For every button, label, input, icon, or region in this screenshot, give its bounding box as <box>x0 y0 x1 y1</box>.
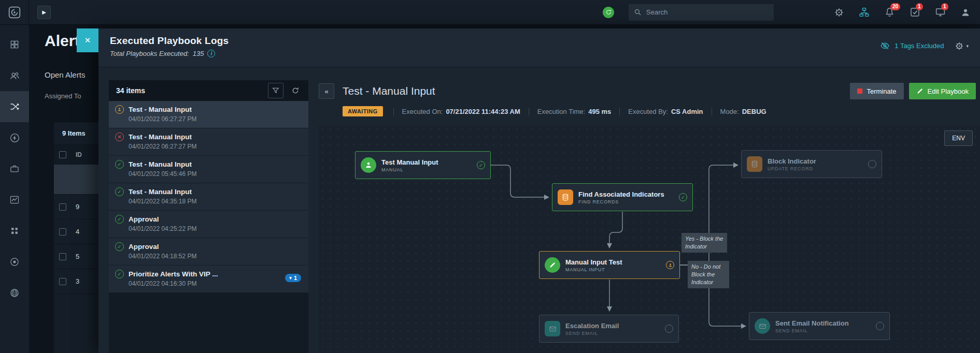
node-success-icon: ✓ <box>477 161 485 169</box>
expand-menu-button[interactable]: ▶ <box>37 6 51 19</box>
info-icon[interactable]: i <box>207 50 215 57</box>
update-record-icon <box>747 156 762 172</box>
find-records-icon <box>558 189 573 205</box>
overlay-header: Executed Playbook Logs Total Playbooks E… <box>98 28 980 67</box>
apps-grid-icon <box>10 226 19 236</box>
playbook-log-item[interactable]: ✕Test - Manual Input 04/01/2022 06:27:27… <box>109 128 308 156</box>
executed-playbook-logs-panel: ✕ Executed Playbook Logs Total Playbooks… <box>98 28 980 353</box>
node-sent-email-notification[interactable]: Sent Email NotificationSEND EMAIL <box>749 312 890 340</box>
sidebar-item-incident-response[interactable] <box>0 91 29 122</box>
select-all-checkbox[interactable] <box>59 151 66 158</box>
node-title: Find Associated Indicators <box>578 190 664 198</box>
sidebar-nav <box>0 25 29 353</box>
open-alerts-link[interactable]: Open Alerts <box>45 70 85 79</box>
row-checkbox[interactable] <box>59 228 66 236</box>
edge-label-no: No - Do not Block the Indicator <box>688 261 729 288</box>
node-block-indicator[interactable]: Block IndicatorUPDATE RECORD <box>741 150 882 178</box>
edge-label-yes: Yes - Block the Indicator <box>681 233 727 253</box>
sidebar-item-reports[interactable] <box>0 184 29 215</box>
log-item-title: Test - Manual Input <box>129 188 192 196</box>
disc-icon <box>9 257 20 267</box>
success-status-icon: ✓ <box>115 242 124 251</box>
people-icon <box>9 70 20 81</box>
node-title: Block Indicator <box>768 157 816 165</box>
executed-by-label: Executed By: <box>628 108 668 115</box>
pending-tasks-icon[interactable]: 1 <box>910 7 920 18</box>
playbook-log-item[interactable]: ✓Test - Manual Input 04/01/2022 04:35:18… <box>109 183 308 211</box>
node-subtitle: MANUAL <box>381 167 438 172</box>
user-profile-icon[interactable] <box>960 7 971 18</box>
sidebar-item-dashboard[interactable] <box>0 29 29 60</box>
overlay-body: 34 items Test - Manual Input 04/01/2022 … <box>98 67 980 353</box>
filter-button[interactable] <box>268 83 283 98</box>
id-column-header: ID <box>76 151 82 158</box>
node-manual-input-test[interactable]: Manual Input TestMANUAL INPUT <box>539 251 680 279</box>
panel-settings-button[interactable]: ▾ <box>955 41 969 51</box>
node-title: Escalation Email <box>565 322 619 330</box>
approval-count-badge[interactable]: ▾1 <box>285 274 301 282</box>
system-health-icon[interactable] <box>603 7 614 18</box>
node-pending-icon <box>868 160 876 168</box>
sidebar-item-resources[interactable] <box>0 153 29 184</box>
globe-icon <box>9 288 20 298</box>
node-escalation-email[interactable]: Escalation EmailSEND EMAIL <box>539 315 679 343</box>
queue-monitor-icon[interactable]: 1 <box>935 7 946 18</box>
notification-count-badge: 20 <box>890 3 900 10</box>
queue-count-badge: 1 <box>941 3 948 10</box>
log-item-time: 04/01/2022 04:18:52 PM <box>129 253 302 260</box>
execution-meta-row: AWAITING Executed On:07/21/2022 11:44:23… <box>319 102 980 120</box>
refresh-button[interactable] <box>288 83 303 98</box>
log-item-title: Test - Manual Input <box>129 106 192 113</box>
notifications-bell-icon[interactable]: 20 <box>884 7 895 18</box>
playbook-log-item[interactable]: Test - Manual Input 04/01/2022 06:27:27 … <box>109 101 308 128</box>
row-checkbox[interactable] <box>59 278 66 285</box>
eye-off-icon[interactable] <box>880 41 890 51</box>
tags-excluded-link[interactable]: 1 Tags Excluded <box>894 42 944 50</box>
manual-input-person-icon <box>361 157 376 173</box>
chevron-down-icon: ▾ <box>966 43 969 49</box>
failed-status-icon: ✕ <box>115 133 124 141</box>
edit-playbook-button[interactable]: Edit Playbook <box>909 83 976 99</box>
node-title: Sent Email Notification <box>775 319 849 327</box>
playbook-log-item[interactable]: ✓Prioritize Alerts With VIP ... 04/01/20… <box>109 266 308 293</box>
row-id: 5 <box>76 253 79 260</box>
log-item-title: Approval <box>129 243 159 251</box>
node-test-manual-input[interactable]: Test Manual InputMANUAL ✓ <box>355 151 491 179</box>
settings-gear-icon[interactable] <box>834 7 844 18</box>
node-pending-icon <box>665 325 673 333</box>
total-value: 135 <box>193 50 204 57</box>
row-checkbox[interactable] <box>59 203 66 211</box>
sidebar-item-teams[interactable] <box>0 60 29 91</box>
terminate-label: Terminate <box>867 87 896 95</box>
executed-on-label: Executed On: <box>402 108 443 115</box>
pencil-icon <box>916 87 924 95</box>
sidebar-item-hub[interactable] <box>0 277 29 308</box>
sitemap-icon[interactable] <box>859 7 870 18</box>
sidebar-item-apps[interactable] <box>0 215 29 246</box>
node-find-associated-indicators[interactable]: Find Associated IndicatorsFIND RECORDS ✓ <box>552 183 693 211</box>
playbook-log-item[interactable]: ✓Approval 04/01/2022 04:18:52 PM <box>109 238 308 266</box>
sidebar-item-automation[interactable] <box>0 122 29 153</box>
app-logo-icon[interactable] <box>0 0 29 24</box>
node-subtitle: SEND EMAIL <box>775 328 849 333</box>
node-title: Test Manual Input <box>381 158 438 166</box>
playbook-log-item[interactable]: ✓Approval 04/01/2022 04:25:22 PM <box>109 211 308 238</box>
sidebar-item-threat-intel[interactable] <box>0 246 29 277</box>
close-panel-button[interactable]: ✕ <box>77 28 98 52</box>
log-item-time: 04/01/2022 06:27:27 PM <box>129 115 302 123</box>
stop-square-icon <box>857 89 862 94</box>
mode-label: Mode: <box>720 108 739 115</box>
playbook-log-list-panel: 34 items Test - Manual Input 04/01/2022 … <box>109 80 308 353</box>
collapse-list-button[interactable]: « <box>319 83 334 99</box>
playbook-log-item[interactable]: ✓Test - Manual Input 04/01/2022 05:45:46… <box>109 156 308 183</box>
close-icon: ✕ <box>84 36 91 45</box>
search-input[interactable] <box>629 4 774 21</box>
playbook-canvas[interactable]: ENV Test Manual InputMANUAL ✓ Find Assoc… <box>319 125 980 353</box>
row-checkbox[interactable] <box>59 253 66 260</box>
log-item-time: 04/01/2022 04:25:22 PM <box>129 225 302 232</box>
row-id: 4 <box>76 228 79 236</box>
env-button[interactable]: ENV <box>944 130 973 146</box>
bolt-icon <box>9 133 20 143</box>
briefcase-icon <box>9 164 20 174</box>
terminate-button[interactable]: Terminate <box>850 83 903 99</box>
